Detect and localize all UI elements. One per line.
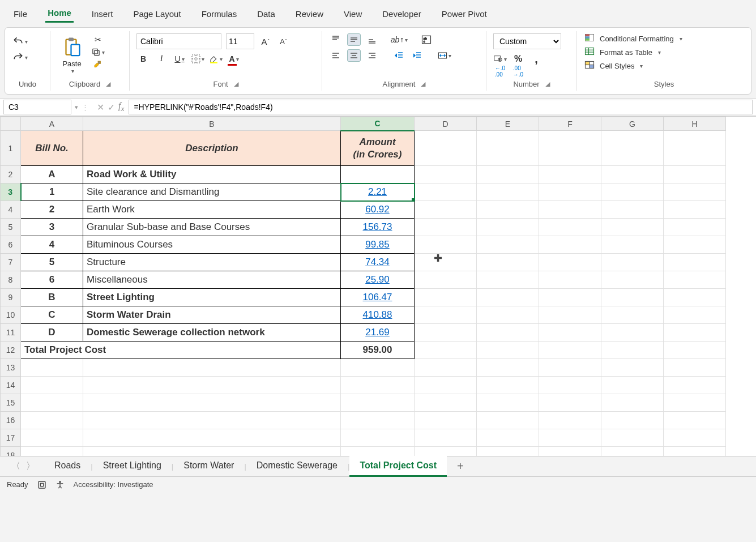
cell-empty[interactable] xyxy=(601,412,664,429)
cell-empty[interactable] xyxy=(539,394,601,412)
cell-empty[interactable] xyxy=(477,359,539,377)
cell-empty[interactable] xyxy=(477,236,539,254)
cell-desc-8[interactable]: Miscellaneous xyxy=(83,271,341,289)
cell-empty[interactable] xyxy=(601,306,664,324)
cell-empty[interactable] xyxy=(539,131,601,166)
enter-formula-icon[interactable]: ✓ xyxy=(108,102,115,113)
cell-empty[interactable] xyxy=(539,447,601,456)
tab-roads[interactable]: Roads xyxy=(44,456,91,477)
tab-domestic-sewerage[interactable]: Domestic Sewerage xyxy=(246,456,348,477)
cell-empty[interactable] xyxy=(415,377,477,394)
cell-empty[interactable] xyxy=(601,359,664,377)
cell-billno-5[interactable]: 3 xyxy=(21,219,83,236)
decrease-decimal-button[interactable]: .00→.0 xyxy=(511,65,525,78)
align-top-button[interactable] xyxy=(329,33,343,46)
col-header-C[interactable]: C xyxy=(341,117,415,131)
cell-empty[interactable] xyxy=(415,219,477,236)
cell-empty[interactable] xyxy=(477,429,539,447)
cell-empty[interactable] xyxy=(415,183,477,201)
menu-formulas[interactable]: Formulas xyxy=(199,6,240,22)
accessibility-icon[interactable] xyxy=(55,480,65,489)
cell-empty[interactable] xyxy=(664,254,726,271)
row-header-13[interactable]: 13 xyxy=(1,359,21,377)
font-name-select[interactable] xyxy=(136,33,221,49)
cell-empty[interactable] xyxy=(664,236,726,254)
cell-empty[interactable] xyxy=(477,412,539,429)
cell-empty[interactable] xyxy=(539,359,601,377)
cell-empty[interactable] xyxy=(664,447,726,456)
cell-empty[interactable] xyxy=(415,306,477,324)
cell-empty[interactable] xyxy=(664,359,726,377)
merge-center-button[interactable]: ▾ xyxy=(438,49,451,62)
format-painter-button[interactable] xyxy=(91,58,105,71)
cell-total-label[interactable]: Total Project Cost xyxy=(21,342,341,359)
cell-empty[interactable] xyxy=(341,412,415,429)
row-header-9[interactable]: 9 xyxy=(1,289,21,306)
cell-amount-3[interactable]: 2.21 xyxy=(341,183,415,201)
cell-empty[interactable] xyxy=(664,324,726,342)
name-box[interactable] xyxy=(3,100,71,114)
cell-empty[interactable] xyxy=(83,412,341,429)
cell-empty[interactable] xyxy=(83,429,341,447)
cell-billno-10[interactable]: C xyxy=(21,306,83,324)
row-header-8[interactable]: 8 xyxy=(1,271,21,289)
cell-empty[interactable] xyxy=(477,289,539,306)
cell-empty[interactable] xyxy=(477,324,539,342)
cell-empty[interactable] xyxy=(415,271,477,289)
cell-empty[interactable] xyxy=(415,447,477,456)
row-header-1[interactable]: 1 xyxy=(1,131,21,166)
cell-amount-5[interactable]: 156.73 xyxy=(341,219,415,236)
number-format-select[interactable]: Custom xyxy=(493,33,561,49)
cell-empty[interactable] xyxy=(83,377,341,394)
tab-storm-water[interactable]: Storm Water xyxy=(173,456,244,477)
cell-billno-6[interactable]: 4 xyxy=(21,236,83,254)
cell-empty[interactable] xyxy=(664,271,726,289)
increase-font-button[interactable]: A˄ xyxy=(259,35,272,48)
italic-button[interactable]: I xyxy=(155,53,168,65)
select-all-corner[interactable] xyxy=(1,117,21,131)
sheet-area[interactable]: ABCDEFGH1 Bill No. Description Amount (i… xyxy=(0,116,756,456)
cell-billno-11[interactable]: D xyxy=(21,324,83,342)
cell-empty[interactable] xyxy=(415,201,477,219)
tab-nav-prev[interactable]: 〈 xyxy=(11,460,20,472)
cell-empty[interactable] xyxy=(415,429,477,447)
row-header-6[interactable]: 6 xyxy=(1,236,21,254)
row-header-12[interactable]: 12 xyxy=(1,342,21,359)
col-header-E[interactable]: E xyxy=(477,117,539,131)
percent-button[interactable]: % xyxy=(511,53,525,65)
menu-power-pivot[interactable]: Power Pivot xyxy=(439,6,489,22)
clipboard-launcher[interactable]: ◢ xyxy=(106,80,110,88)
undo-button[interactable]: ▾ xyxy=(12,33,28,49)
cell-desc-5[interactable]: Granular Sub-base and Base Courses xyxy=(83,219,341,236)
header-amount[interactable]: Amount (in Crores) xyxy=(341,131,415,166)
cell-empty[interactable] xyxy=(664,429,726,447)
cell-empty[interactable] xyxy=(341,447,415,456)
align-middle-button[interactable] xyxy=(347,33,361,46)
cell-desc-10[interactable]: Storm Water Drain xyxy=(83,306,341,324)
cell-empty[interactable] xyxy=(601,447,664,456)
cell-empty[interactable] xyxy=(341,429,415,447)
cell-empty[interactable] xyxy=(601,201,664,219)
number-launcher[interactable]: ◢ xyxy=(545,80,550,88)
col-header-A[interactable]: A xyxy=(21,117,83,131)
cell-empty[interactable] xyxy=(415,289,477,306)
cell-empty[interactable] xyxy=(477,271,539,289)
cell-empty[interactable] xyxy=(539,412,601,429)
cell-empty[interactable] xyxy=(539,289,601,306)
add-sheet-button[interactable]: + xyxy=(449,460,472,473)
cell-amount-4[interactable]: 60.92 xyxy=(341,201,415,219)
cell-empty[interactable] xyxy=(539,271,601,289)
cell-empty[interactable] xyxy=(539,201,601,219)
cut-button[interactable]: ✂ xyxy=(91,33,105,46)
row-header-14[interactable]: 14 xyxy=(1,377,21,394)
align-center-button[interactable] xyxy=(347,49,361,62)
col-header-G[interactable]: G xyxy=(601,117,664,131)
cell-total-value[interactable]: 959.00 xyxy=(341,342,415,359)
row-header-3[interactable]: 3 xyxy=(1,183,21,201)
cell-empty[interactable] xyxy=(21,359,83,377)
cell-empty[interactable] xyxy=(601,219,664,236)
cell-empty[interactable] xyxy=(415,359,477,377)
cell-empty[interactable] xyxy=(415,254,477,271)
cell-amount-6[interactable]: 99.85 xyxy=(341,236,415,254)
cell-empty[interactable] xyxy=(341,394,415,412)
